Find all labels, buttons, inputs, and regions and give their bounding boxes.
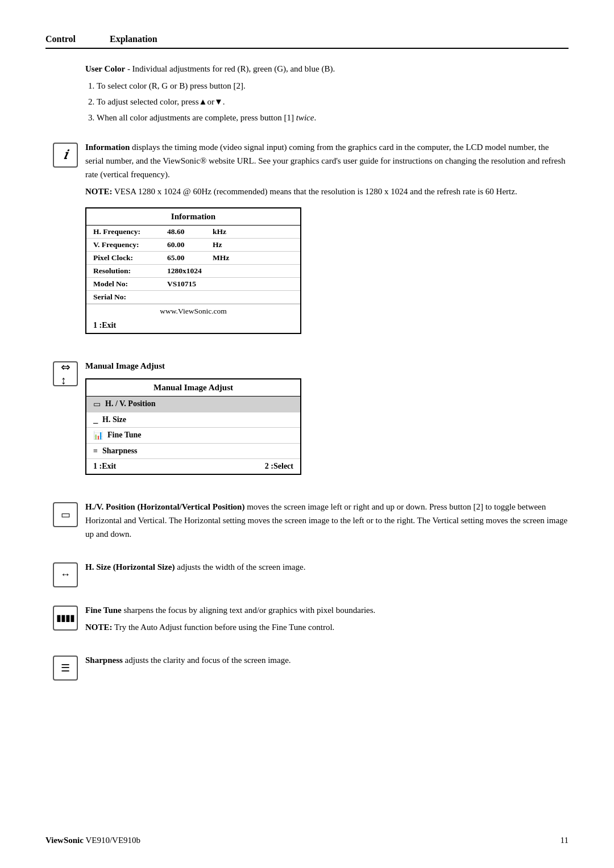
info-exit: 1 :Exit <box>86 318 300 333</box>
hfreq-unit: kHz <box>213 227 226 236</box>
manual-image-adjust-section: ⇔↕ Manual Image Adjust Manual Image Adju… <box>45 359 569 484</box>
finetune-note-bold: NOTE: <box>85 623 113 632</box>
finetune-para: Fine Tune sharpens the focus by aligning… <box>85 603 569 617</box>
pixelclock-label: Pixel Clock: <box>93 253 167 262</box>
user-color-section: User Color - Individual adjustments for … <box>45 62 569 124</box>
four-arrows-icon: ⇔↕ <box>61 360 70 387</box>
fine-tune-bars-icon: ▮▮▮▮ <box>56 612 74 623</box>
info-table-title: Information <box>86 208 300 226</box>
user-color-intro: User Color - Individual adjustments for … <box>85 62 569 76</box>
mia-icon-col: ⇔↕ <box>45 359 85 386</box>
header-control-label: Control <box>45 34 76 44</box>
step3-italic: twice <box>296 113 314 122</box>
info-row-pixelclock: Pixel Clock: 65.00 MHz <box>86 252 300 265</box>
information-table: Information H. Frequency: 48.60 kHz V. F… <box>85 207 301 334</box>
hsize-label: H. Size <box>102 415 126 424</box>
mia-arrows-icon-box: ⇔↕ <box>53 361 78 386</box>
resolution-value: 1280x1024 <box>167 266 213 276</box>
sharpness-lines-icon: ☰ <box>61 662 70 674</box>
mia-content: Manual Image Adjust Manual Image Adjust … <box>85 359 569 484</box>
hsize-icon-col: ↔ <box>45 560 85 587</box>
serialno-label: Serial No: <box>93 293 167 302</box>
hsize-arrows-icon-box: ↔ <box>53 562 78 587</box>
finetune-section: ▮▮▮▮ Fine Tune sharpens the focus by ali… <box>45 603 569 637</box>
hv-position-para: H./V. Position (Horizontal/Vertical Posi… <box>85 500 569 541</box>
hv-monitor-icon-box: ▭ <box>53 502 78 527</box>
vfreq-value: 60.00 <box>167 240 213 249</box>
info-row-resolution: Resolution: 1280x1024 <box>86 265 300 278</box>
user-color-title: User Color <box>85 64 125 73</box>
information-bold: Information <box>85 143 130 152</box>
information-icon-col: 𝑖 <box>45 140 85 168</box>
finetune-note-para: NOTE: Try the Auto Adjust function befor… <box>85 620 569 634</box>
sharpness-section: ☰ Sharpness adjusts the clarity and focu… <box>45 653 569 681</box>
mia-exit-select-row: 1 :Exit 2 :Select <box>86 459 300 474</box>
info-row-vfreq: V. Frequency: 60.00 Hz <box>86 239 300 252</box>
sharpness-lines-icon-box: ☰ <box>53 656 78 681</box>
hvposition-label: H. / V. Position <box>105 399 156 408</box>
info-row-hfreq: H. Frequency: 48.60 kHz <box>86 226 300 239</box>
mia-exit-label: 1 :Exit <box>93 462 116 471</box>
vfreq-unit: Hz <box>213 240 222 249</box>
mia-select-label: 2 :Select <box>265 462 293 471</box>
sharpness-icon: ≡ <box>93 446 98 456</box>
modelno-label: Model No: <box>93 279 167 289</box>
finetune-bars-icon-box: ▮▮▮▮ <box>53 606 78 631</box>
mia-row-hvposition: ▭ H. / V. Position <box>86 397 300 412</box>
hv-position-section: ▭ H./V. Position (Horizontal/Vertical Po… <box>45 500 569 544</box>
information-note-para: NOTE: VESA 1280 x 1024 @ 60Hz (recommend… <box>85 185 569 198</box>
mia-row-sharpness: ≡ Sharpness <box>86 444 300 459</box>
mia-table-title: Manual Image Adjust <box>86 379 300 397</box>
information-section: 𝑖 Information displays the timing mode (… <box>45 140 569 343</box>
information-note-bold: NOTE: <box>85 187 113 196</box>
mia-table: Manual Image Adjust ▭ H. / V. Position ⎯… <box>85 378 301 475</box>
hfreq-label: H. Frequency: <box>93 227 167 236</box>
hsize-icon: ⎯ <box>93 415 98 424</box>
info-row-serialno: Serial No: <box>86 291 300 304</box>
resolution-label: Resolution: <box>93 266 167 276</box>
sharpness-bold: Sharpness <box>85 656 123 665</box>
user-color-step-2: To adjust selected color, press▲or▼. <box>97 95 569 108</box>
finetune-icon-col: ▮▮▮▮ <box>45 603 85 631</box>
user-color-steps: To select color (R, G or B) press button… <box>97 79 569 124</box>
mia-row-hsize: ⎯ H. Size <box>86 412 300 428</box>
pixelclock-unit: MHz <box>213 253 229 262</box>
sharpness-content: Sharpness adjusts the clarity and focus … <box>85 653 569 670</box>
horizontal-arrows-icon: ↔ <box>60 569 70 581</box>
footer-brand: ViewSonic <box>45 836 84 845</box>
hsize-content: H. Size (Horizontal Size) adjusts the wi… <box>85 560 569 577</box>
finetune-content: Fine Tune sharpens the focus by aligning… <box>85 603 569 637</box>
sharpness-label: Sharpness <box>102 446 137 456</box>
hvposition-icon: ▭ <box>93 399 101 409</box>
user-color-step-3: When all color adjustments are complete,… <box>97 111 569 124</box>
footer-page-number: 11 <box>561 836 569 845</box>
info-row-modelno: Model No: VS10715 <box>86 278 300 291</box>
mia-row-finetune: 📊 Fine Tune <box>86 428 300 444</box>
information-content: Information displays the timing mode (vi… <box>85 140 569 343</box>
footer-brand-model: ViewSonic VE910/VE910b <box>45 836 140 845</box>
vfreq-label: V. Frequency: <box>93 240 167 249</box>
modelno-value: VS10715 <box>167 279 213 289</box>
footer-model-text: VE910/VE910b <box>85 836 140 845</box>
hv-icon-col: ▭ <box>45 500 85 527</box>
header-rule: Control Explanation <box>45 34 569 49</box>
information-intro-para: Information displays the timing mode (vi… <box>85 140 569 181</box>
hv-content: H./V. Position (Horizontal/Vertical Posi… <box>85 500 569 544</box>
finetune-bold: Fine Tune <box>85 606 122 615</box>
finetune-label: Fine Tune <box>107 431 142 440</box>
info-website: www.ViewSonic.com <box>86 304 300 318</box>
user-color-step-1: To select color (R, G or B) press button… <box>97 79 569 93</box>
pixelclock-value: 65.00 <box>167 253 213 262</box>
hsize-bold: H. Size (Horizontal Size) <box>85 562 175 571</box>
hv-position-bold: H./V. Position (Horizontal/Vertical Posi… <box>85 502 244 511</box>
header-explanation-label: Explanation <box>110 34 157 44</box>
finetune-icon: 📊 <box>93 431 103 440</box>
monitor-icon: ▭ <box>61 508 70 521</box>
hsize-section: ↔ H. Size (Horizontal Size) adjusts the … <box>45 560 569 587</box>
info-icon: 𝑖 <box>63 148 67 162</box>
hsize-para: H. Size (Horizontal Size) adjusts the wi… <box>85 560 569 574</box>
information-icon-box: 𝑖 <box>53 143 78 168</box>
sharpness-para: Sharpness adjusts the clarity and focus … <box>85 653 569 667</box>
hfreq-value: 48.60 <box>167 227 213 236</box>
page-footer: ViewSonic VE910/VE910b 11 <box>45 836 569 845</box>
